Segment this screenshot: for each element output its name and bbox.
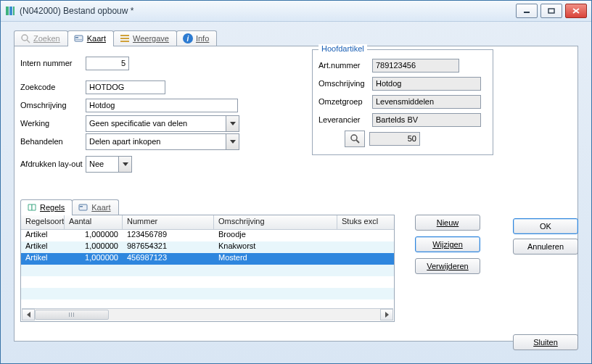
cell-nummer [123, 288, 214, 299]
omzetgroep-label: Omzetgroep [318, 97, 372, 106]
lookup-button[interactable] [345, 131, 365, 147]
cell-soort: Artikel [21, 241, 65, 253]
cell-soort [21, 288, 65, 299]
leverancier-label: Leverancier [318, 115, 372, 124]
verwijderen-button[interactable]: Verwijderen [415, 258, 480, 274]
cell-stuks [337, 276, 384, 288]
nieuw-button[interactable]: Nieuw [415, 215, 480, 231]
cell-stuks [337, 265, 384, 276]
cell-stuks [337, 288, 384, 299]
cell-stuks [337, 241, 384, 253]
main-tabstrip: Zoeken Kaart Weergave i Info [14, 30, 578, 46]
svg-rect-0 [6, 7, 9, 15]
col-regelsoort[interactable]: Regelsoort [21, 215, 65, 229]
hoofd-omschrijving-label: Omschrijving [318, 79, 372, 88]
list-icon [120, 33, 130, 44]
svg-rect-12 [120, 35, 129, 36]
scroll-right-button[interactable] [380, 309, 393, 320]
horizontal-scrollbar[interactable] [22, 308, 393, 320]
omschrijving-label: Omschrijving [20, 101, 86, 109]
wijzigen-button[interactable]: Wijzigen [415, 236, 480, 252]
footer-buttons: OK Annuleren [513, 218, 578, 255]
hoofdartikel-fieldset: Hoofdartikel Art.nummer 789123456 Omschr… [312, 49, 493, 155]
scroll-left-button[interactable] [22, 309, 35, 320]
table-row[interactable] [21, 276, 394, 288]
table-row[interactable]: Artikel1,000000987654321Knakworst [21, 241, 394, 253]
col-stuks[interactable]: Stuks excl [337, 215, 384, 229]
tab-kaart[interactable]: Kaart [67, 30, 114, 46]
window-frame: (N042000) Bestand opbouw * Zoeken Kaart … [0, 0, 592, 364]
info-icon: i [183, 33, 193, 44]
zoekcode-input[interactable] [86, 80, 165, 94]
cell-nummer: 123456789 [123, 230, 214, 241]
svg-rect-3 [524, 12, 530, 13]
cell-aantal: 1,000000 [65, 253, 123, 265]
svg-rect-10 [75, 37, 78, 38]
werking-value: Geen specificatie van delen [86, 119, 226, 128]
scroll-track[interactable] [35, 310, 380, 320]
ok-button[interactable]: OK [513, 218, 578, 234]
regels-grid[interactable]: Regelsoort Aantal Nummer Omschrijving St… [20, 215, 395, 322]
werking-combo[interactable]: Geen specificatie van delen [86, 115, 239, 132]
col-aantal[interactable]: Aantal [65, 215, 123, 229]
scroll-thumb[interactable] [35, 310, 109, 320]
tab-info[interactable]: i Info [176, 30, 217, 46]
app-icon [5, 6, 15, 16]
close-button[interactable] [565, 4, 587, 18]
cell-aantal: 1,000000 [65, 241, 123, 253]
table-row[interactable]: Artikel1,000000456987123Mosterd [21, 253, 394, 265]
zoekcode-label: Zoekcode [20, 83, 86, 91]
hoofdartikel-legend: Hoofdartikel [318, 44, 367, 53]
omzetgroep-value: Levensmiddelen [372, 95, 481, 109]
cell-omschrijving [214, 276, 337, 288]
cell-soort: Artikel [21, 253, 65, 265]
svg-rect-1 [9, 7, 12, 15]
behandelen-combo[interactable]: Delen apart inkopen [86, 133, 239, 150]
table-row[interactable] [21, 265, 394, 276]
hoofd-omschrijving-value: Hotdog [372, 77, 481, 91]
annuleren-button[interactable]: Annuleren [513, 239, 578, 255]
omschrijving-input[interactable] [86, 99, 238, 112]
hoofd-qty-value: 50 [369, 132, 420, 146]
subtab-kaart[interactable]: Kaart [72, 199, 118, 215]
cell-nummer: 987654321 [123, 241, 214, 253]
intern-nummer-value: 5 [86, 57, 129, 70]
chevron-down-icon[interactable] [118, 157, 131, 172]
afdrukken-combo[interactable]: Nee [86, 156, 132, 173]
table-row[interactable]: Artikel1,000000123456789Broodje [21, 230, 394, 241]
artnummer-label: Art.nummer [318, 61, 372, 70]
cell-nummer: 456987123 [123, 253, 214, 265]
svg-rect-2 [13, 7, 15, 15]
card-icon [74, 33, 84, 44]
cell-soort [21, 265, 65, 276]
cell-omschrijving: Mosterd [214, 253, 337, 265]
cell-aantal [65, 276, 123, 288]
svg-line-16 [356, 140, 359, 143]
chevron-down-icon[interactable] [226, 116, 239, 131]
tab-zoeken[interactable]: Zoeken [14, 30, 68, 46]
magnifier-icon [350, 133, 360, 144]
maximize-button[interactable] [540, 4, 562, 18]
table-row[interactable] [21, 288, 394, 299]
cell-soort [21, 276, 65, 288]
minimize-button[interactable] [516, 4, 538, 18]
col-nummer[interactable]: Nummer [123, 215, 214, 229]
card-icon [78, 202, 89, 212]
sluiten-button[interactable]: Sluiten [513, 334, 578, 350]
intern-nummer-label: Intern nummer [20, 59, 86, 67]
tab-weergave-label: Weergave [133, 34, 169, 43]
cell-soort: Artikel [21, 230, 65, 241]
form-left: Intern nummer 5 Zoekcode Omschrijving We… [20, 55, 311, 174]
col-omschrijving[interactable]: Omschrijving [214, 215, 337, 229]
behandelen-value: Delen apart inkopen [86, 137, 226, 146]
svg-rect-11 [75, 39, 82, 40]
cell-aantal: 1,000000 [65, 230, 123, 241]
cell-omschrijving [214, 265, 337, 276]
svg-rect-14 [120, 41, 129, 42]
grid-header: Regelsoort Aantal Nummer Omschrijving St… [21, 215, 394, 230]
chevron-down-icon[interactable] [226, 134, 239, 149]
leverancier-value: Bartelds BV [372, 113, 481, 127]
cell-nummer [123, 276, 214, 288]
tab-weergave[interactable]: Weergave [113, 30, 177, 46]
subtab-regels[interactable]: Regels [20, 199, 73, 215]
